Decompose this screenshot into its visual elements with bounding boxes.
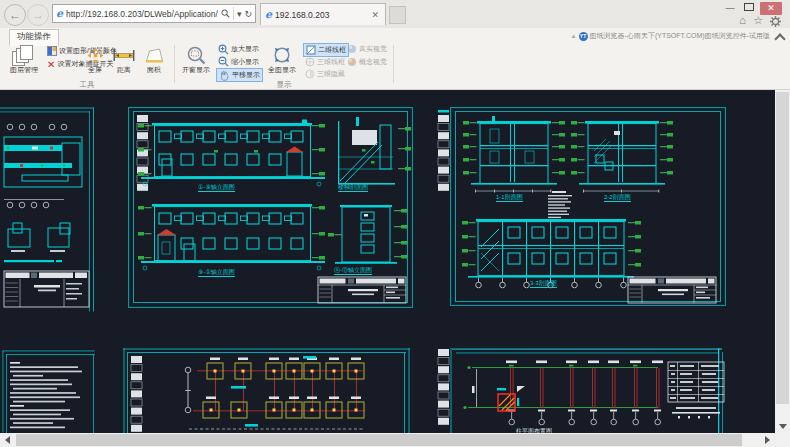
window-zoom-button[interactable]: 开窗显示: [179, 44, 213, 81]
window-zoom-magnifier-icon: [186, 44, 206, 66]
divider: [233, 7, 234, 20]
horizontal-scroll-thumb[interactable]: [16, 434, 742, 446]
group-separator: [174, 45, 175, 83]
zoom-out-button[interactable]: 缩小显示: [216, 56, 261, 68]
ladder-strip-bottom: [437, 343, 450, 433]
drawing-title-sec1: 1-1剖面图: [496, 194, 523, 202]
wireframe-3d-icon: [305, 57, 315, 67]
group-separator: [393, 45, 394, 83]
pan-hand-icon: [219, 70, 230, 81]
color-swatch-icon: [47, 46, 57, 56]
concept-label: 概念视觉: [359, 57, 387, 67]
favorites-star-icon[interactable]: ☆: [753, 14, 763, 27]
column-lines: [510, 368, 660, 408]
close-window-button[interactable]: ✕: [760, 2, 782, 15]
layer-manager-label: 图层管理: [10, 66, 38, 74]
fullscreen-button[interactable]: 全屏: [82, 44, 108, 81]
maximize-icon: [744, 3, 754, 11]
ruler-icon: [113, 44, 135, 66]
home-icon[interactable]: ⌂: [739, 14, 746, 26]
scroll-right-arrow-icon[interactable]: [760, 433, 775, 447]
zoom-out-label: 缩小显示: [231, 57, 259, 67]
cad-canvas[interactable]: ①-⑨轴立面图 楼梯剖面图 ⑨-①轴立面图 Ⓐ-Ⓓ轴立面图 1-1剖面图 2-2…: [0, 90, 775, 433]
zoom-all-icon: [272, 44, 292, 66]
url-text[interactable]: http://192.168.0.203/DLWeb/Application/Y…: [66, 9, 218, 19]
scrollbar-corner: [775, 433, 790, 447]
zoom-in-button[interactable]: 放大显示: [216, 43, 261, 55]
realistic-sphere-icon: [347, 44, 357, 54]
section-2: [571, 121, 673, 193]
search-icon[interactable]: [221, 9, 230, 18]
distance-label: 距离: [117, 66, 131, 74]
new-tab-button[interactable]: [389, 6, 406, 24]
drawing-title-sec2: 2-2剖面图: [604, 194, 631, 202]
wireframe-3d-label: 三维线框: [317, 57, 345, 67]
wireframe-2d-label: 二维线框: [318, 45, 346, 55]
minimize-button[interactable]: —: [722, 2, 738, 15]
hidden-3d-button: 三维隐藏: [303, 68, 347, 80]
snap-x-icon: ✕: [47, 59, 55, 70]
drawing-title-side: Ⓐ-Ⓓ轴立面图: [334, 267, 372, 275]
area-button[interactable]: 面积: [140, 44, 168, 81]
zoom-all-label: 全图显示: [268, 66, 296, 74]
chevron-down-icon[interactable]: ▾: [237, 9, 242, 19]
browser-tab[interactable]: e 192.168.0.203 ✕: [260, 3, 386, 25]
realistic-label: 真实视觉: [359, 44, 387, 54]
notes-block: [548, 191, 572, 218]
refresh-icon[interactable]: ↻: [244, 9, 252, 19]
foundation-grid: [185, 356, 365, 429]
concept-sphere-icon: [347, 57, 357, 67]
group-label-tools: 工具: [4, 80, 170, 90]
wireframe-3d-button: 三维线框: [303, 56, 347, 68]
drawing-title-elev-a: ①-⑨轴立面图: [198, 184, 235, 192]
back-icon[interactable]: ←: [4, 4, 26, 26]
stair-section: [338, 117, 411, 185]
elevation-b: [138, 204, 325, 270]
zoom-in-icon: [218, 44, 229, 55]
browser-titlebar: ← → e http://192.168.0.203/DLWeb/Applica…: [0, 0, 790, 28]
close-tab-icon[interactable]: ✕: [369, 10, 381, 20]
yt-logo-icon: YT: [579, 32, 588, 41]
section-3: [462, 219, 641, 288]
schedule-table: [668, 362, 724, 419]
zoom-all-button[interactable]: 全图显示: [265, 44, 299, 81]
hidden-3d-label: 三维隐藏: [317, 69, 345, 79]
collapse-ribbon-icon[interactable]: [774, 33, 785, 44]
tab-title[interactable]: 192.168.0.203: [275, 10, 369, 20]
sheet-sections: [450, 107, 726, 306]
horizontal-scrollbar[interactable]: [0, 433, 775, 447]
fullscreen-arrows-icon: [87, 44, 104, 66]
trial-text: 图纸浏览器-心雨天下(YTSOFT.COM)图纸浏览控件-试用版: [590, 31, 770, 41]
ie-logo-icon: e: [56, 7, 63, 20]
sheet-column-plan: [450, 348, 740, 433]
vertical-scroll-thumb[interactable]: [776, 92, 789, 404]
drawing-title-stair: 楼梯剖面图: [338, 184, 368, 192]
wireframe-2d-icon: [306, 45, 316, 55]
layers-icon: [12, 44, 36, 66]
hidden-3d-icon: [305, 69, 315, 79]
address-bar[interactable]: e http://192.168.0.203/DLWeb/Application…: [52, 4, 256, 23]
trial-badge: ▲ YT 图纸浏览器-心雨天下(YTSOFT.COM)图纸浏览控件-试用版: [571, 31, 770, 41]
area-label: 面积: [147, 66, 161, 74]
warning-icon: ▲: [571, 33, 577, 39]
elevation-a: [138, 120, 325, 187]
distance-button[interactable]: 距离: [110, 44, 138, 81]
layer-manager-button[interactable]: 图层管理: [4, 44, 44, 81]
ie-tab-icon: e: [265, 8, 272, 21]
realistic-button: 真实视觉: [345, 43, 389, 55]
scroll-left-arrow-icon[interactable]: [0, 433, 15, 447]
ribbon: 功能操作 ▲ YT 图纸浏览器-心雨天下(YTSOFT.COM)图纸浏览控件-试…: [0, 28, 790, 90]
ladder-strip-top: [437, 110, 450, 202]
sheet-foundation-plan: [123, 348, 411, 433]
sheet-elevations: [128, 107, 413, 308]
forward-icon[interactable]: →: [27, 4, 49, 26]
group-label-display: 显示: [179, 80, 389, 90]
section-1: [463, 116, 565, 193]
vertical-scrollbar[interactable]: [775, 90, 790, 433]
scroll-down-arrow-icon[interactable]: [775, 419, 790, 433]
settings-gear-icon[interactable]: [770, 16, 781, 27]
zoom-in-label: 放大显示: [231, 44, 259, 54]
drawing-title-sec3: 3-3剖面图: [530, 280, 557, 288]
column-grid: [463, 361, 724, 425]
window-zoom-label: 开窗显示: [182, 66, 210, 74]
